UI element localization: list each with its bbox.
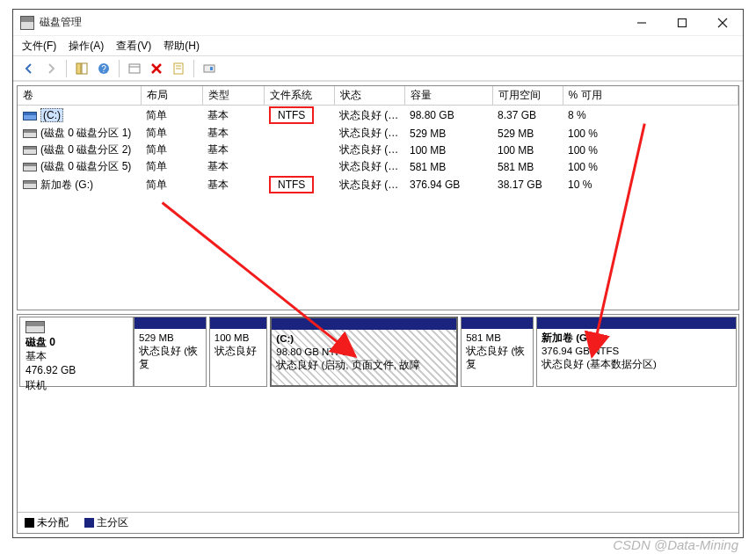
partition-status: 状态良好 (基本数据分区) xyxy=(542,358,731,371)
disk-size: 476.92 GB xyxy=(25,364,76,376)
partition-size: 529 MB xyxy=(139,332,201,345)
menu-file[interactable]: 文件(F) xyxy=(22,39,56,54)
table-row[interactable]: (磁盘 0 磁盘分区 5)简单基本状态良好 (…581 MB581 MB100 … xyxy=(18,158,738,175)
volume-icon xyxy=(23,129,37,138)
table-row[interactable]: (磁盘 0 磁盘分区 1)简单基本状态良好 (…529 MB529 MB100 … xyxy=(18,125,738,142)
partition-block[interactable]: (C:)98.80 GB NTFS状态良好 (启动, 页面文件, 故障 xyxy=(270,317,458,387)
partition-block[interactable]: 100 MB状态良好 xyxy=(209,317,268,387)
col-pctfree[interactable]: % 可用 xyxy=(563,86,738,106)
volume-icon xyxy=(23,112,37,120)
volume-name: (磁盘 0 磁盘分区 5) xyxy=(40,160,131,172)
partition-size: 98.80 GB NTFS xyxy=(276,346,452,359)
volume-name: (磁盘 0 磁盘分区 1) xyxy=(40,127,131,139)
forward-button[interactable] xyxy=(40,58,62,79)
partition-block[interactable]: 529 MB状态良好 (恢复 xyxy=(134,317,207,387)
app-icon xyxy=(20,16,34,30)
volume-icon xyxy=(23,163,37,171)
col-status[interactable]: 状态 xyxy=(334,86,404,106)
help-button[interactable]: ? xyxy=(93,58,114,79)
legend-unallocated: 未分配 xyxy=(25,515,69,530)
legend-primary: 主分区 xyxy=(84,515,128,530)
delete-x-button[interactable] xyxy=(146,58,167,79)
toolbar: ? xyxy=(13,55,743,82)
disk-type: 基本 xyxy=(25,350,47,362)
back-button[interactable] xyxy=(18,58,40,79)
partition-block[interactable]: 581 MB状态良好 (恢复 xyxy=(461,317,534,387)
volume-name: 新加卷 (G:) xyxy=(40,179,93,191)
column-headers[interactable]: 卷 布局 类型 文件系统 状态 容量 可用空间 % 可用 xyxy=(18,86,738,106)
maximize-button[interactable] xyxy=(662,10,702,35)
menu-help[interactable]: 帮助(H) xyxy=(164,39,200,54)
filesystem-highlight: NTFS xyxy=(269,106,314,124)
titlebar: 磁盘管理 xyxy=(13,10,743,36)
disk-state: 联机 xyxy=(25,379,47,391)
svg-text:?: ? xyxy=(101,64,106,74)
col-type[interactable]: 类型 xyxy=(202,86,264,106)
svg-rect-4 xyxy=(76,63,81,74)
disk-row: 磁盘 0 基本 476.92 GB 联机 529 MB状态良好 (恢复100 M… xyxy=(19,317,737,387)
table-row[interactable]: (磁盘 0 磁盘分区 2)简单基本状态良好 (…100 MB100 MB100 … xyxy=(18,142,738,158)
disk-label-panel[interactable]: 磁盘 0 基本 476.92 GB 联机 xyxy=(19,317,134,387)
partition-stripe xyxy=(272,318,456,330)
partition-status: 状态良好 (恢复 xyxy=(139,345,201,371)
svg-rect-5 xyxy=(82,63,87,74)
volume-name: (C:) xyxy=(40,108,63,122)
disk-icon xyxy=(25,321,45,333)
partition-stripe xyxy=(210,317,267,329)
col-filesystem[interactable]: 文件系统 xyxy=(264,86,334,106)
partition-status: 状态良好 xyxy=(214,345,263,358)
table-row[interactable]: (C:)简单基本NTFS状态良好 (…98.80 GB8.37 GB8 % xyxy=(18,106,738,126)
partition-stripe xyxy=(134,317,206,329)
properties-button[interactable] xyxy=(168,58,189,79)
partition-size: 581 MB xyxy=(466,332,528,345)
show-hide-tree-button[interactable] xyxy=(71,58,92,79)
col-capacity[interactable]: 容量 xyxy=(404,86,492,106)
close-button[interactable] xyxy=(702,10,743,35)
disk-management-window: 磁盘管理 文件(F) 操作(A) 查看(V) 帮助(H) xyxy=(12,9,744,538)
partition-title: (C:) xyxy=(276,332,452,346)
partition-status: 状态良好 (启动, 页面文件, 故障 xyxy=(276,359,452,372)
partition-stripe xyxy=(537,317,736,329)
partition-size: 376.94 GB NTFS xyxy=(542,345,731,358)
partition-title: 新加卷 (G:) xyxy=(542,332,731,345)
partition-size: 100 MB xyxy=(214,332,263,345)
menu-action[interactable]: 操作(A) xyxy=(69,39,104,54)
svg-rect-1 xyxy=(679,18,687,26)
partition-status: 状态良好 (恢复 xyxy=(466,345,528,371)
volume-icon xyxy=(23,180,37,189)
col-layout[interactable]: 布局 xyxy=(141,86,202,106)
volume-list[interactable]: 卷 布局 类型 文件系统 状态 容量 可用空间 % 可用 (C:)简单基本NTF… xyxy=(17,85,739,310)
watermark: CSDN @Data-Mining xyxy=(613,537,738,552)
legend: 未分配 主分区 xyxy=(18,512,738,533)
volume-icon xyxy=(23,146,37,155)
svg-rect-8 xyxy=(129,64,140,73)
menubar: 文件(F) 操作(A) 查看(V) 帮助(H) xyxy=(13,36,743,55)
minimize-button[interactable] xyxy=(622,10,662,35)
menu-view[interactable]: 查看(V) xyxy=(116,39,151,54)
partition-block[interactable]: 新加卷 (G:)376.94 GB NTFS状态良好 (基本数据分区) xyxy=(536,317,737,387)
svg-rect-16 xyxy=(210,67,213,70)
svg-rect-15 xyxy=(204,65,214,72)
settings-button[interactable] xyxy=(199,58,220,79)
filesystem-highlight: NTFS xyxy=(269,176,314,193)
refresh-button[interactable] xyxy=(124,58,145,79)
window-title: 磁盘管理 xyxy=(40,15,622,30)
col-free[interactable]: 可用空间 xyxy=(492,86,563,106)
col-volume[interactable]: 卷 xyxy=(18,86,141,106)
partition-stripe xyxy=(462,317,533,329)
volume-name: (磁盘 0 磁盘分区 2) xyxy=(40,143,131,156)
disk-title: 磁盘 0 xyxy=(25,336,55,348)
disk-graphical-view: 磁盘 0 基本 476.92 GB 联机 529 MB状态良好 (恢复100 M… xyxy=(17,314,739,534)
table-row[interactable]: 新加卷 (G:)简单基本NTFS状态良好 (…376.94 GB38.17 GB… xyxy=(18,175,738,194)
